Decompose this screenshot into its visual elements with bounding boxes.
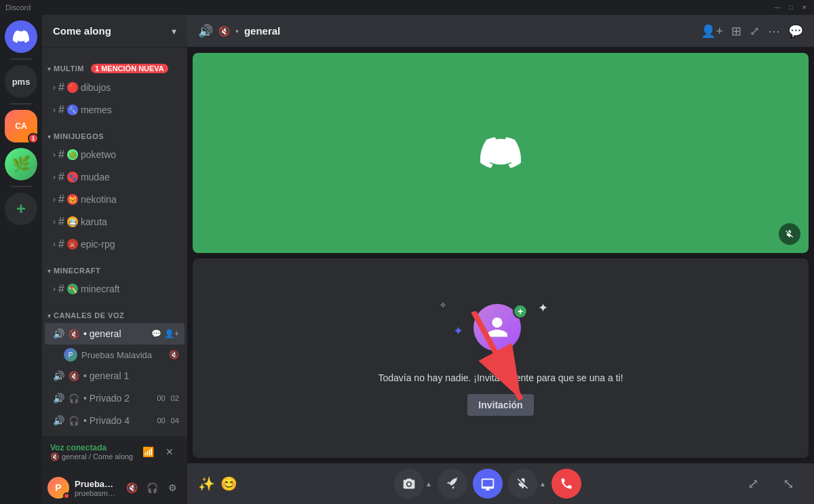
activity-button[interactable] [438,469,467,499]
channel-hash-icon: # [58,81,64,94]
mute-arrow-icon[interactable]: ▲ [539,480,546,488]
camera-button[interactable] [394,469,424,499]
server-icon-come-along[interactable]: CA 1 [5,110,37,142]
topbar-muted-icon: 🔇 [218,26,230,37]
invite-button[interactable]: Invitación [467,394,533,416]
server-icon-green[interactable]: 🌿 [5,148,37,180]
category-header-minijuegos[interactable]: ▾ MINIJUEGOS [47,132,182,140]
server-header[interactable]: Come along ▾ [42,15,187,47]
server-name: Come along [53,25,111,37]
channel-bot-icon-minecraft: 🪓 [67,284,78,294]
channel-item-dibujos[interactable]: › # 🔴 dibujos [45,77,185,98]
app-body: pms CA 1 🌿 + Come along ▾ ▾ MU [0,15,814,504]
channel-nums-p2: 00 02 [157,394,180,402]
voice-controls-center: ▲ [394,469,581,499]
effects-button[interactable]: ✨ [198,476,215,492]
server-list: pms CA 1 🌿 + [0,15,42,504]
server-icon-discord-home[interactable] [5,20,37,53]
category-arrow-minijuegos: ▾ [47,133,51,140]
fullscreen-button[interactable]: ⤡ [773,469,803,499]
main-content: 🔊 🔇 • general 👤+ ⊞ ⤢ ⋯ 💬 [187,15,814,504]
mute-self-button[interactable]: 🔇 [122,478,141,497]
mention-badge: 1 MENCIÓN NUEVA [91,64,168,73]
topbar-left: 🔊 🔇 • general [198,24,280,39]
end-call-button[interactable] [551,469,581,499]
category-header-voice[interactable]: ▾ CANALES DE VOZ [47,311,182,319]
voice-channel-general1[interactable]: 🔊 🔇 • general 1 [45,365,185,387]
voice-channel-general[interactable]: 🔊 🔇 • general 💬 👤+ [45,323,185,345]
channel-name-karuta: karuta [81,216,179,227]
channel-item-karuta[interactable]: › # 📇 karuta [45,211,185,233]
category-name-minijuegos: MINIJUEGOS [54,132,104,140]
channel-item-poketwo[interactable]: › # 🟢 poketwo [45,144,185,166]
category-header-multim[interactable]: ▾ MULTIM 1 MENCIÓN NUEVA [47,64,182,73]
app-title: Discord [5,3,31,12]
voice-muted-small-icon: 🔇 [50,452,60,461]
channel-nums-p4: 00 04 [157,416,180,425]
channel-hash-icon-poketwo: # [58,149,64,161]
deafen-self-button[interactable]: 🎧 [142,478,161,497]
voice-signal-icon[interactable]: 📶 [138,442,157,461]
channel-bot-icon-memes: 🔧 [67,104,78,115]
server-divider [10,58,32,60]
screen-share-button[interactable] [473,469,503,499]
channel-bot-icon-nekotina: 🐱 [67,194,78,205]
channel-expand-icon-poketwo: › [53,150,56,159]
voice-channel-name-general: • general [83,328,147,339]
emoji-button[interactable]: 😊 [220,476,237,492]
voice-status-sub: 🔇 general / Come along [50,452,133,461]
channel-list: ▾ MULTIM 1 MENCIÓN NUEVA › # 🔴 dibujos ›… [42,47,187,436]
channel-name-nekotina: nekotina [81,194,179,205]
mute-button[interactable] [508,469,538,499]
channel-hash-icon-minecraft: # [58,283,64,295]
expand-button[interactable]: ⤢ [738,469,768,499]
voice-add-user-icon[interactable]: 👤+ [164,329,179,338]
channel-bot-icon-karuta: 📇 [67,216,78,227]
user-settings-button[interactable]: ⚙ [163,478,182,497]
channel-bot-icon-poketwo: 🟢 [67,149,78,160]
num2-p2: 02 [171,394,179,402]
voice-channel-path: general / Come along [62,452,133,461]
invite-icon-container: + [473,304,528,358]
voice-controls-bar: ✨ 😊 ▲ [187,463,814,504]
close-button[interactable]: ✕ [800,3,809,12]
user-avatar-container: P [47,477,69,499]
category-name-voice: CANALES DE VOZ [54,311,124,319]
channel-item-mudae[interactable]: › # 🐾 mudae [45,166,185,188]
channel-name-poketwo: poketwo [81,149,179,160]
category-name-minecraft: MINECRAFT [54,267,100,275]
add-member-icon[interactable]: 👤+ [701,24,723,39]
voice-channel-actions: 💬 👤+ [151,329,179,338]
category-header-minecraft[interactable]: ▾ MINECRAFT [47,267,182,275]
topbar-voice-speaker-icon: 🔊 [198,24,213,39]
channel-item-nekotina[interactable]: › # 🐱 nekotina [45,189,185,210]
grid-icon[interactable]: ⊞ [731,24,741,39]
channel-hash-icon-mudae: # [58,171,64,183]
channel-item-epic-rpg[interactable]: › # ⚔ epic-rpg [45,233,185,255]
camera-arrow-icon[interactable]: ▲ [425,480,432,488]
user-info: Pruebas M... pruebasmala... [75,479,117,497]
server-icon-pms[interactable]: pms [5,65,37,98]
user-name: Pruebas M... [75,479,117,489]
minimize-button[interactable]: — [773,3,781,12]
voice-channel-privado4[interactable]: 🔊 🎧 • Privado 4 00 04 [45,410,185,431]
voice-channel-privado2[interactable]: 🔊 🎧 • Privado 2 00 02 [45,387,185,409]
channel-item-minecraft[interactable]: › # 🪓 minecraft [45,278,185,300]
channel-hash-icon-karuta: # [58,216,64,228]
voice-disconnect-icon[interactable]: ✕ [160,442,179,461]
category-minecraft: ▾ MINECRAFT [42,256,187,277]
more-options-icon[interactable]: ⋯ [768,24,780,39]
category-name-multim: MULTIM [54,64,84,73]
topbar-channel-name: general [244,25,280,37]
expand-icon[interactable]: ⤢ [750,24,760,39]
server-divider-2 [10,103,32,104]
voice-chat-icon[interactable]: 💬 [151,329,161,338]
maximize-button[interactable]: □ [787,3,795,12]
channel-item-memes[interactable]: › # 🔧 memes [45,99,185,121]
pms-label: pms [12,77,31,87]
add-server-button[interactable]: + [5,193,37,225]
voice-user-pruebas[interactable]: P Pruebas Malavida 🔇 [45,345,185,364]
window-controls[interactable]: — □ ✕ [773,3,809,12]
chat-icon[interactable]: 💬 [788,24,803,39]
channel-topbar: 🔊 🔇 • general 👤+ ⊞ ⤢ ⋯ 💬 [187,15,814,47]
